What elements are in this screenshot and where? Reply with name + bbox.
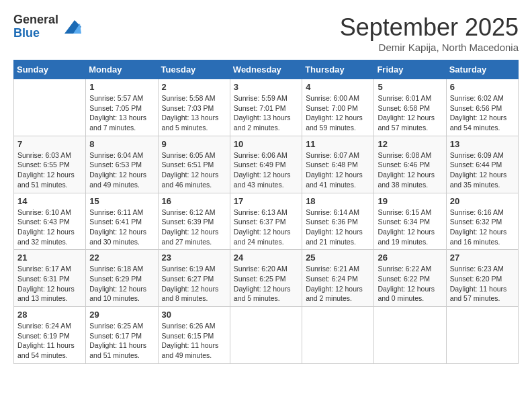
calendar-cell: 3Sunrise: 5:59 AM Sunset: 7:01 PM Daylig…: [230, 79, 302, 136]
calendar-cell: 5Sunrise: 6:01 AM Sunset: 6:58 PM Daylig…: [374, 79, 446, 136]
calendar-cell: [446, 307, 518, 364]
logo-general-text: General: [13, 13, 58, 27]
day-info: Sunrise: 6:21 AM Sunset: 6:24 PM Dayligh…: [306, 264, 370, 304]
day-number: 22: [89, 253, 154, 263]
column-header-saturday: Saturday: [446, 60, 518, 79]
day-number: 3: [234, 82, 298, 92]
day-number: 2: [162, 82, 226, 92]
day-number: 4: [306, 82, 370, 92]
calendar-cell: 17Sunrise: 6:13 AM Sunset: 6:37 PM Dayli…: [230, 193, 302, 250]
day-number: 1: [89, 82, 154, 92]
day-info: Sunrise: 6:16 AM Sunset: 6:32 PM Dayligh…: [450, 208, 515, 247]
day-info: Sunrise: 5:58 AM Sunset: 7:03 PM Dayligh…: [162, 93, 226, 133]
day-number: 28: [17, 310, 82, 320]
day-number: 13: [450, 139, 515, 149]
day-info: Sunrise: 6:18 AM Sunset: 6:29 PM Dayligh…: [89, 264, 154, 304]
calendar-cell: 27Sunrise: 6:23 AM Sunset: 6:20 PM Dayli…: [446, 250, 518, 307]
calendar-cell: 21Sunrise: 6:17 AM Sunset: 6:31 PM Dayli…: [14, 250, 86, 307]
day-number: 14: [17, 196, 82, 206]
calendar-cell: [374, 307, 446, 364]
calendar-cell: 20Sunrise: 6:16 AM Sunset: 6:32 PM Dayli…: [446, 193, 518, 250]
day-info: Sunrise: 6:22 AM Sunset: 6:22 PM Dayligh…: [378, 264, 442, 304]
column-header-wednesday: Wednesday: [230, 60, 302, 79]
calendar-cell: 7Sunrise: 6:03 AM Sunset: 6:55 PM Daylig…: [14, 136, 86, 193]
day-info: Sunrise: 6:17 AM Sunset: 6:31 PM Dayligh…: [17, 264, 82, 304]
day-info: Sunrise: 5:57 AM Sunset: 7:05 PM Dayligh…: [89, 93, 154, 133]
logo: General Blue: [13, 13, 81, 40]
calendar-cell: [230, 307, 302, 364]
day-number: 25: [306, 253, 370, 263]
calendar-cell: 1Sunrise: 5:57 AM Sunset: 7:05 PM Daylig…: [86, 79, 158, 136]
day-number: 24: [234, 253, 298, 263]
day-number: 18: [306, 196, 370, 206]
column-header-thursday: Thursday: [302, 60, 374, 79]
calendar-week-row: 1Sunrise: 5:57 AM Sunset: 7:05 PM Daylig…: [14, 79, 519, 136]
day-number: 17: [234, 196, 298, 206]
calendar-week-row: 28Sunrise: 6:24 AM Sunset: 6:19 PM Dayli…: [14, 307, 519, 364]
day-info: Sunrise: 6:08 AM Sunset: 6:46 PM Dayligh…: [378, 150, 442, 190]
column-header-tuesday: Tuesday: [158, 60, 230, 79]
calendar-week-row: 14Sunrise: 6:10 AM Sunset: 6:43 PM Dayli…: [14, 193, 519, 250]
day-number: 30: [162, 310, 226, 320]
day-info: Sunrise: 6:24 AM Sunset: 6:19 PM Dayligh…: [17, 321, 82, 361]
day-info: Sunrise: 6:05 AM Sunset: 6:51 PM Dayligh…: [162, 150, 226, 190]
day-number: 8: [89, 139, 154, 149]
day-info: Sunrise: 6:25 AM Sunset: 6:17 PM Dayligh…: [89, 321, 154, 361]
logo-blue-text: Blue: [13, 27, 58, 40]
day-info: Sunrise: 6:13 AM Sunset: 6:37 PM Dayligh…: [234, 208, 298, 247]
day-info: Sunrise: 6:26 AM Sunset: 6:15 PM Dayligh…: [162, 321, 226, 361]
day-info: Sunrise: 6:11 AM Sunset: 6:41 PM Dayligh…: [89, 208, 154, 247]
day-info: Sunrise: 6:07 AM Sunset: 6:48 PM Dayligh…: [306, 150, 370, 190]
day-number: 7: [17, 139, 82, 149]
day-info: Sunrise: 6:00 AM Sunset: 7:00 PM Dayligh…: [306, 93, 370, 133]
day-info: Sunrise: 6:03 AM Sunset: 6:55 PM Dayligh…: [17, 150, 82, 190]
day-number: 5: [378, 82, 442, 92]
calendar-cell: 9Sunrise: 6:05 AM Sunset: 6:51 PM Daylig…: [158, 136, 230, 193]
calendar-cell: 26Sunrise: 6:22 AM Sunset: 6:22 PM Dayli…: [374, 250, 446, 307]
calendar-cell: [302, 307, 374, 364]
calendar-cell: 12Sunrise: 6:08 AM Sunset: 6:46 PM Dayli…: [374, 136, 446, 193]
month-title: September 2025: [340, 13, 519, 42]
day-info: Sunrise: 6:15 AM Sunset: 6:34 PM Dayligh…: [378, 208, 442, 247]
day-info: Sunrise: 6:12 AM Sunset: 6:39 PM Dayligh…: [162, 208, 226, 247]
calendar-cell: 24Sunrise: 6:20 AM Sunset: 6:25 PM Dayli…: [230, 250, 302, 307]
location-subtitle: Demir Kapija, North Macedonia: [340, 42, 519, 53]
day-number: 16: [162, 196, 226, 206]
day-info: Sunrise: 6:09 AM Sunset: 6:44 PM Dayligh…: [450, 150, 515, 190]
calendar-cell: 25Sunrise: 6:21 AM Sunset: 6:24 PM Dayli…: [302, 250, 374, 307]
day-number: 10: [234, 139, 298, 149]
calendar-cell: 29Sunrise: 6:25 AM Sunset: 6:17 PM Dayli…: [86, 307, 158, 364]
title-block: September 2025 Demir Kapija, North Maced…: [340, 13, 519, 53]
day-info: Sunrise: 5:59 AM Sunset: 7:01 PM Dayligh…: [234, 93, 298, 133]
calendar-cell: 10Sunrise: 6:06 AM Sunset: 6:49 PM Dayli…: [230, 136, 302, 193]
calendar-header-row: SundayMondayTuesdayWednesdayThursdayFrid…: [14, 60, 519, 79]
calendar-cell: 6Sunrise: 6:02 AM Sunset: 6:56 PM Daylig…: [446, 79, 518, 136]
calendar-cell: 19Sunrise: 6:15 AM Sunset: 6:34 PM Dayli…: [374, 193, 446, 250]
day-info: Sunrise: 6:19 AM Sunset: 6:27 PM Dayligh…: [162, 264, 226, 304]
day-number: 6: [450, 82, 515, 92]
column-header-monday: Monday: [86, 60, 158, 79]
calendar-cell: 22Sunrise: 6:18 AM Sunset: 6:29 PM Dayli…: [86, 250, 158, 307]
calendar-cell: 15Sunrise: 6:11 AM Sunset: 6:41 PM Dayli…: [86, 193, 158, 250]
day-info: Sunrise: 6:02 AM Sunset: 6:56 PM Dayligh…: [450, 93, 515, 133]
day-info: Sunrise: 6:23 AM Sunset: 6:20 PM Dayligh…: [450, 264, 515, 304]
calendar-cell: 16Sunrise: 6:12 AM Sunset: 6:39 PM Dayli…: [158, 193, 230, 250]
calendar-week-row: 7Sunrise: 6:03 AM Sunset: 6:55 PM Daylig…: [14, 136, 519, 193]
day-number: 12: [378, 139, 442, 149]
day-info: Sunrise: 6:01 AM Sunset: 6:58 PM Dayligh…: [378, 93, 442, 133]
day-info: Sunrise: 6:10 AM Sunset: 6:43 PM Dayligh…: [17, 208, 82, 247]
day-number: 15: [89, 196, 154, 206]
calendar-cell: [14, 79, 86, 136]
calendar-cell: 13Sunrise: 6:09 AM Sunset: 6:44 PM Dayli…: [446, 136, 518, 193]
calendar-cell: 28Sunrise: 6:24 AM Sunset: 6:19 PM Dayli…: [14, 307, 86, 364]
day-number: 26: [378, 253, 442, 263]
calendar-table: SundayMondayTuesdayWednesdayThursdayFrid…: [13, 60, 519, 364]
calendar-cell: 2Sunrise: 5:58 AM Sunset: 7:03 PM Daylig…: [158, 79, 230, 136]
calendar-week-row: 21Sunrise: 6:17 AM Sunset: 6:31 PM Dayli…: [14, 250, 519, 307]
column-header-sunday: Sunday: [14, 60, 86, 79]
calendar-cell: 11Sunrise: 6:07 AM Sunset: 6:48 PM Dayli…: [302, 136, 374, 193]
column-header-friday: Friday: [374, 60, 446, 79]
day-number: 27: [450, 253, 515, 263]
day-number: 19: [378, 196, 442, 206]
calendar-cell: 30Sunrise: 6:26 AM Sunset: 6:15 PM Dayli…: [158, 307, 230, 364]
